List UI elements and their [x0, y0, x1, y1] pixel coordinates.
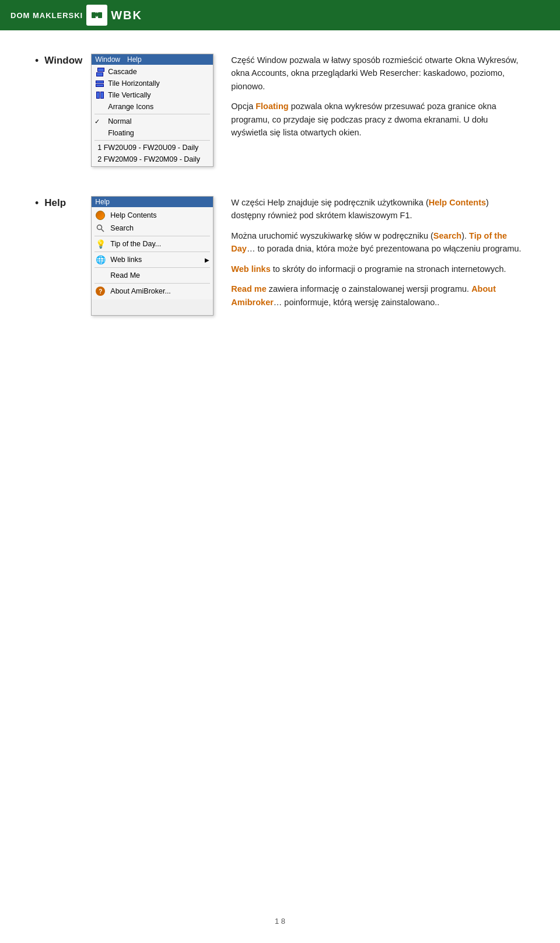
menu-item-search[interactable]: Search: [92, 222, 213, 235]
header: DOM MAKLERSKI WBK: [0, 0, 560, 30]
help-para2-mid: ).: [461, 231, 469, 240]
window-menu-mockup: Window Help Cascade: [91, 54, 214, 167]
menu-item-about-amibroker[interactable]: ? About AmiBroker...: [92, 285, 213, 298]
window-text-content: Część Window pozwala w łatwy sposób rozm…: [231, 54, 525, 167]
help-para4-mid: zawiera informację o zainstalowanej wers…: [267, 284, 471, 294]
menu-item-cascade[interactable]: Cascade: [92, 66, 213, 78]
window-section: • Window Window Help: [35, 54, 525, 167]
floating-bold: Floating: [256, 102, 288, 111]
tile-vertically-icon: [94, 90, 105, 100]
company-name: DOM MAKLERSKI: [10, 11, 83, 20]
normal-check-icon: ✓: [94, 118, 100, 125]
help-para4-suffix: … poinformuje, którą wersję zainstalowan…: [274, 298, 440, 307]
web-links-bold: Web links: [231, 264, 270, 274]
svg-rect-0: [92, 12, 96, 18]
help-para2-prefix: Można uruchomić wyszukiwarkę słów w podr…: [231, 231, 433, 240]
search-bold: Search: [433, 231, 461, 240]
menu-item-tile-horizontally[interactable]: Tile Horizontally: [92, 78, 213, 89]
help-contents-bold: Help Contents: [429, 198, 486, 207]
menu-item-tile-vertically[interactable]: Tile Vertically: [92, 89, 213, 101]
help-menu-mockup: Help Help Contents: [91, 196, 214, 316]
page-number: 1 8: [275, 917, 285, 925]
help-text-content: W części Help znajduje się podręcznik uż…: [231, 196, 525, 316]
window-bullet-wrap: • Window: [35, 54, 91, 67]
help-paragraph-2: Można uruchomić wyszukiwarkę słów w podr…: [231, 229, 525, 256]
window-menu-titlebar: Window Help: [92, 54, 213, 65]
help-section-inner: Help Help Contents: [91, 196, 525, 316]
menu-separator-1: [94, 114, 210, 114]
svg-line-3: [102, 229, 104, 232]
window-section-inner: Window Help Cascade: [91, 54, 525, 167]
help-bullet-label: Help: [44, 196, 91, 209]
menu-item-fw20m09[interactable]: 2 FW20M09 - FW20M09 - Daily: [92, 153, 213, 165]
search-glass-icon: [94, 222, 106, 234]
read-me-bold: Read me: [231, 284, 266, 294]
tile-horizontally-icon: [94, 79, 105, 88]
menu-item-normal-label: Normal: [97, 117, 131, 125]
menu-item-arrange-icons[interactable]: Arrange Icons: [92, 101, 213, 113]
lightbulb-icon: 💡: [94, 238, 106, 250]
window-paragraph-1: Część Window pozwala w łatwy sposób rozm…: [231, 54, 525, 93]
window-menu-list: Cascade Tile Horizontally: [92, 65, 213, 166]
window-menu-title: Window: [95, 55, 120, 64]
help-separator-2: [94, 252, 210, 252]
question-circle-icon: ?: [94, 285, 106, 297]
menu-item-tip-of-day[interactable]: 💡 Tip of the Day...: [92, 238, 213, 250]
bank-name: WBK: [111, 9, 142, 22]
menu-item-floating[interactable]: Floating: [92, 127, 213, 139]
menu-separator-2: [94, 140, 210, 141]
window-bullet-dot: •: [35, 55, 38, 67]
cascade-icon: [94, 67, 105, 76]
help-para3-mid: to skróty do informacji o programie na s…: [271, 264, 506, 274]
menu-item-read-me[interactable]: Read Me: [92, 269, 213, 282]
help-bullet-dot: •: [35, 197, 38, 209]
help-paragraph-4: Read me zawiera informację o zainstalowa…: [231, 282, 525, 309]
help-separator-3: [94, 267, 210, 268]
menu-item-fw20u09[interactable]: 1 FW20U09 - FW20U09 - Daily: [92, 142, 213, 153]
help-section: • Help Help Help Contents: [35, 196, 525, 316]
window-para2-prefix: Opcja: [231, 102, 256, 111]
main-content: • Window Window Help: [0, 30, 560, 380]
help-menu-titlebar: Help: [92, 197, 213, 207]
help-separator-4: [94, 283, 210, 284]
window-menu-help: Help: [127, 55, 142, 64]
help-menu-list: Help Contents Search 💡: [92, 207, 213, 299]
help-para1-prefix: W części Help znajduje się podręcznik uż…: [231, 198, 428, 207]
window-paragraph-2: Opcja Floating pozwala okna wykresów prz…: [231, 100, 525, 139]
help-para2-suffix: … to porada dnia, która może być prezent…: [247, 244, 522, 253]
book-icon: [94, 209, 106, 221]
logo: DOM MAKLERSKI WBK: [10, 5, 142, 26]
svg-rect-1: [98, 12, 102, 18]
help-paragraph-1: W części Help znajduje się podręcznik uż…: [231, 196, 525, 222]
web-links-arrow-icon: ▶: [205, 257, 209, 263]
window-bullet-label: Window: [44, 54, 91, 67]
menu-item-help-contents[interactable]: Help Contents: [92, 209, 213, 222]
help-bullet-wrap: • Help: [35, 196, 91, 209]
help-menu-title: Help: [95, 198, 110, 206]
menu-item-web-links[interactable]: 🌐 Web links ▶: [92, 253, 213, 266]
globe-icon: 🌐: [94, 254, 106, 266]
page-footer: 1 8: [0, 917, 560, 925]
bank-logo-icon: [86, 5, 107, 26]
svg-point-2: [97, 225, 102, 230]
help-separator-1: [94, 236, 210, 236]
help-paragraph-3: Web links to skróty do informacji o prog…: [231, 263, 525, 275]
menu-item-normal[interactable]: ✓ Normal: [92, 116, 213, 127]
